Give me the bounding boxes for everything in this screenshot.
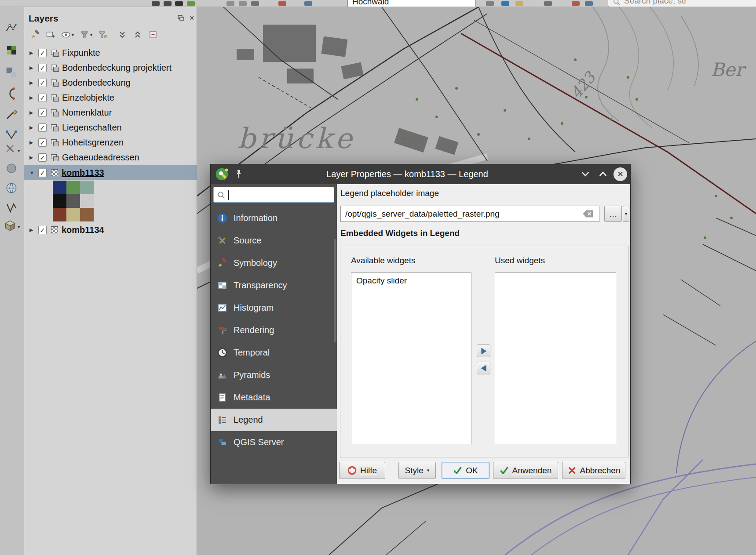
chevron-down-icon[interactable]: ▾ bbox=[90, 33, 92, 37]
tab-qgis-server[interactable]: QGIS Server bbox=[211, 431, 337, 453]
chevron-down-icon[interactable]: ▾ bbox=[18, 224, 20, 230]
collapse-icon[interactable]: ▼ bbox=[29, 170, 37, 175]
left-toolbar-button[interactable] bbox=[4, 142, 17, 155]
used-widgets-list[interactable] bbox=[495, 272, 616, 444]
layer-tree-group[interactable]: ▶✓Einzelobjekte bbox=[24, 90, 197, 105]
move-right-button[interactable] bbox=[477, 345, 490, 357]
properties-search-input[interactable] bbox=[228, 188, 332, 201]
tab-symbology[interactable]: Symbology bbox=[211, 252, 337, 274]
toolbar-icon-partial[interactable] bbox=[239, 1, 247, 6]
style-button[interactable]: Style ▾ bbox=[398, 462, 436, 479]
layer-tree-item-komb1134[interactable]: ▶✓komb1134 bbox=[24, 222, 197, 237]
tab-legend[interactable]: Legend bbox=[211, 409, 337, 431]
close-panel-icon[interactable]: ✕ bbox=[188, 15, 196, 22]
left-toolbar-button[interactable] bbox=[4, 106, 19, 122]
expand-icon[interactable]: ▶ bbox=[29, 140, 37, 145]
expand-icon[interactable]: ▶ bbox=[29, 110, 37, 116]
dialog-titlebar[interactable]: Layer Properties — komb1133 — Legend ✕ bbox=[211, 164, 630, 184]
add-group-button[interactable] bbox=[45, 29, 56, 40]
path-dropdown-button[interactable]: ▾ bbox=[623, 206, 629, 222]
sidebar-scrollbar[interactable] bbox=[334, 239, 336, 342]
chevron-down-icon[interactable] bbox=[580, 169, 591, 179]
layer-tree-group[interactable]: ▶✓Hoheitsgrenzen bbox=[24, 135, 197, 150]
toolbar-icon-partial[interactable] bbox=[187, 1, 195, 6]
expand-icon[interactable]: ▶ bbox=[29, 80, 37, 86]
chevron-down-icon[interactable]: ▾ bbox=[18, 148, 20, 154]
apply-button[interactable]: Anwenden bbox=[493, 462, 558, 479]
toolbar-icon-partial[interactable] bbox=[304, 1, 312, 6]
chevron-down-icon[interactable]: ▾ bbox=[72, 33, 74, 37]
tab-rendering[interactable]: Rendering bbox=[211, 319, 337, 341]
filter-by-expression-button[interactable] bbox=[97, 29, 109, 40]
left-toolbar-button[interactable] bbox=[4, 219, 17, 232]
layer-tree-group[interactable]: ▶✓Bodenbedeckung bbox=[24, 75, 197, 90]
layer-styling-button[interactable] bbox=[29, 29, 41, 40]
remove-layer-button[interactable] bbox=[147, 29, 159, 40]
toolbar-icon-partial[interactable] bbox=[251, 1, 259, 6]
toolbar-icon-partial[interactable] bbox=[585, 1, 593, 6]
tab-information[interactable]: Information bbox=[211, 207, 337, 229]
toolbar-icon-partial[interactable] bbox=[486, 1, 494, 6]
list-item-opacity-slider[interactable]: Opacity slider bbox=[351, 273, 471, 289]
left-toolbar-button[interactable] bbox=[4, 42, 19, 58]
left-toolbar-button[interactable] bbox=[4, 160, 19, 176]
toolbar-icon-partial[interactable] bbox=[572, 1, 580, 6]
layer-checkbox[interactable]: ✓ bbox=[38, 109, 47, 117]
left-toolbar-button[interactable] bbox=[4, 65, 19, 80]
legend-placeholder-path-input[interactable] bbox=[340, 206, 599, 222]
cancel-button[interactable]: Abbrechen bbox=[562, 462, 625, 479]
layer-checkbox[interactable]: ✓ bbox=[38, 226, 47, 234]
expand-icon[interactable]: ▶ bbox=[29, 50, 37, 56]
toolbar-icon-partial[interactable] bbox=[175, 1, 183, 6]
layer-checkbox[interactable]: ✓ bbox=[38, 79, 47, 87]
pin-icon[interactable] bbox=[234, 169, 244, 179]
available-widgets-list[interactable]: Opacity slider bbox=[351, 272, 471, 444]
tab-metadata[interactable]: Metadata bbox=[211, 386, 337, 409]
tab-temporal[interactable]: Temporal bbox=[211, 341, 337, 364]
expand-icon[interactable]: ▶ bbox=[29, 95, 37, 101]
left-toolbar-button[interactable] bbox=[4, 86, 19, 102]
collapse-all-button[interactable] bbox=[132, 29, 143, 40]
scale-combo[interactable]: Hochwald bbox=[347, 0, 476, 7]
layer-tree-group[interactable]: ▶✓Liegenschaften bbox=[24, 120, 197, 135]
layer-checkbox[interactable]: ✓ bbox=[38, 49, 47, 57]
properties-search-field[interactable] bbox=[213, 187, 334, 203]
tab-pyramids[interactable]: Pyramids bbox=[211, 364, 337, 386]
tab-histogram[interactable]: Histogram bbox=[211, 297, 337, 319]
expand-all-button[interactable] bbox=[117, 29, 128, 40]
layer-checkbox[interactable]: ✓ bbox=[38, 138, 47, 147]
expand-icon[interactable]: ▶ bbox=[29, 155, 37, 160]
toolbar-icon-partial[interactable] bbox=[515, 1, 523, 6]
clear-field-icon[interactable] bbox=[582, 210, 594, 218]
layer-checkbox[interactable]: ✓ bbox=[38, 94, 47, 102]
toolbar-icon-partial[interactable] bbox=[226, 1, 234, 6]
layer-checkbox[interactable]: ✓ bbox=[38, 153, 47, 162]
toolbar-icon-partial[interactable] bbox=[152, 1, 160, 6]
toolbar-icon-partial[interactable] bbox=[164, 1, 172, 6]
browse-button[interactable]: … bbox=[604, 206, 622, 222]
close-dialog-button[interactable]: ✕ bbox=[614, 167, 627, 181]
toolbar-icon-partial[interactable] bbox=[544, 1, 552, 6]
filter-legend-button[interactable] bbox=[79, 29, 90, 40]
ok-button[interactable]: OK bbox=[442, 462, 489, 479]
toolbar-icon-partial[interactable] bbox=[501, 1, 509, 6]
layer-tree-group[interactable]: ▶✓Fixpunkte bbox=[24, 45, 197, 60]
toolbar-icon-partial[interactable] bbox=[278, 1, 286, 6]
manage-map-themes-button[interactable] bbox=[60, 29, 72, 40]
left-toolbar-button[interactable] bbox=[4, 200, 19, 216]
locator-search-input[interactable]: Search place, str bbox=[608, 0, 756, 7]
layer-tree-group[interactable]: ▶✓Nomenklatur bbox=[24, 105, 197, 120]
layer-tree-group[interactable]: ▶✓Bodenbedeckung projektiert bbox=[24, 60, 197, 75]
float-panel-icon[interactable] bbox=[177, 15, 185, 22]
layer-checkbox[interactable]: ✓ bbox=[38, 169, 47, 177]
chevron-up-icon[interactable] bbox=[598, 169, 608, 179]
expand-icon[interactable]: ▶ bbox=[29, 227, 37, 233]
layer-tree-item-komb1133[interactable]: ▼✓komb1133 bbox=[24, 165, 197, 180]
tab-source[interactable]: Source bbox=[211, 229, 337, 252]
layer-checkbox[interactable]: ✓ bbox=[38, 64, 47, 72]
expand-icon[interactable]: ▶ bbox=[29, 125, 37, 131]
layer-tree-group[interactable]: ▶✓Gebaeudeadressen bbox=[24, 150, 197, 165]
left-toolbar-button[interactable] bbox=[4, 127, 19, 143]
expand-icon[interactable]: ▶ bbox=[29, 65, 37, 71]
left-toolbar-button[interactable] bbox=[4, 180, 19, 196]
